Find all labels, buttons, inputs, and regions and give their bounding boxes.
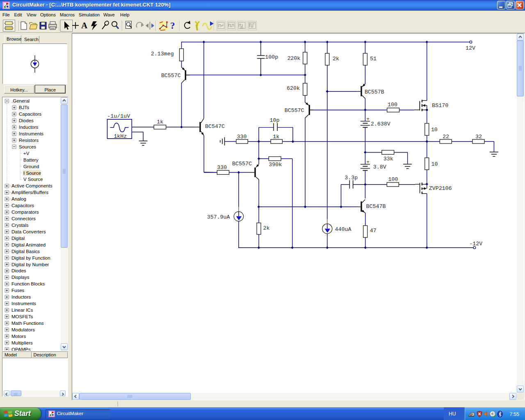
- svg-text:Battery: Battery: [23, 157, 39, 162]
- svg-text:Ground: Ground: [23, 164, 39, 169]
- svg-text:A: A: [81, 21, 88, 30]
- svg-text:Diodes: Diodes: [11, 268, 26, 273]
- svg-text:Comparators: Comparators: [11, 210, 39, 215]
- svg-text:+V: +V: [23, 151, 30, 155]
- svg-text:?: ?: [170, 21, 175, 31]
- svg-text:51: 51: [370, 56, 377, 62]
- svg-text:+: +: [366, 116, 369, 122]
- svg-text:BC547B: BC547B: [366, 203, 386, 210]
- svg-text:100: 100: [388, 102, 397, 108]
- svg-text:Inductors: Inductors: [11, 294, 31, 299]
- svg-text:Fuses: Fuses: [11, 288, 25, 293]
- svg-text:Diodes: Diodes: [19, 118, 34, 123]
- svg-text:440uA: 440uA: [335, 226, 352, 233]
- svg-text:330: 330: [237, 134, 247, 140]
- svg-text:V Source: V Source: [23, 177, 43, 182]
- svg-text:32: 32: [475, 134, 482, 140]
- svg-text:Digital Animated: Digital Animated: [11, 242, 46, 247]
- svg-text:I Source: I Source: [23, 170, 41, 175]
- svg-text:BC557C: BC557C: [161, 73, 181, 79]
- svg-text:1k: 1k: [273, 134, 279, 140]
- svg-text:2k: 2k: [333, 56, 339, 62]
- svg-text:Linear ICs: Linear ICs: [11, 308, 33, 313]
- svg-text:2.638V: 2.638V: [371, 121, 390, 127]
- svg-text:620k: 620k: [287, 85, 300, 91]
- svg-text:Digital by Function: Digital by Function: [11, 255, 50, 260]
- svg-text:47: 47: [370, 228, 377, 234]
- svg-text:Function Blocks: Function Blocks: [11, 281, 45, 286]
- svg-text:3.8V: 3.8V: [373, 164, 386, 170]
- svg-text:Analog: Analog: [11, 196, 26, 201]
- svg-text:ZVP2106: ZVP2106: [429, 185, 452, 192]
- svg-text:+: +: [366, 160, 369, 165]
- svg-text:-12V: -12V: [469, 241, 482, 247]
- svg-text:Active Components: Active Components: [11, 183, 52, 188]
- svg-text:BJTs: BJTs: [19, 105, 29, 110]
- svg-text:Displays: Displays: [11, 275, 30, 280]
- svg-text:Digital by Number: Digital by Number: [11, 262, 49, 267]
- svg-text:-1u/1uV: -1u/1uV: [107, 113, 130, 119]
- svg-text:1kHz: 1kHz: [114, 133, 127, 139]
- svg-text:330: 330: [217, 164, 227, 171]
- svg-text:BC557C: BC557C: [232, 161, 252, 167]
- svg-text:10: 10: [431, 161, 438, 167]
- svg-text:BC557B: BC557B: [365, 89, 384, 95]
- svg-text:Instruments: Instruments: [19, 131, 43, 136]
- svg-text:Amplifiers/Buffers: Amplifiers/Buffers: [11, 190, 48, 195]
- svg-text:22: 22: [443, 134, 449, 140]
- svg-text:BC557C: BC557C: [285, 107, 304, 114]
- svg-text:BS170: BS170: [432, 103, 448, 109]
- svg-text:100p: 100p: [265, 54, 278, 60]
- svg-text:390k: 390k: [269, 162, 282, 168]
- svg-text:3.3p: 3.3p: [345, 175, 358, 181]
- svg-text:Sources: Sources: [19, 144, 36, 149]
- svg-text:Resistors: Resistors: [19, 137, 39, 142]
- svg-text:2.13meg: 2.13meg: [151, 51, 174, 57]
- svg-text:Digital Basics: Digital Basics: [11, 249, 40, 253]
- svg-text:Capacitors: Capacitors: [19, 112, 41, 116]
- svg-text:Digital: Digital: [11, 235, 25, 240]
- svg-text:220k: 220k: [287, 55, 300, 62]
- svg-text:Motors: Motors: [11, 333, 26, 338]
- svg-text:Connectors: Connectors: [11, 216, 36, 221]
- svg-text:.General: .General: [11, 98, 30, 103]
- svg-text:1k: 1k: [157, 119, 163, 125]
- svg-text:Math Functions: Math Functions: [11, 320, 44, 325]
- svg-text:Data Converters: Data Converters: [11, 229, 46, 234]
- svg-text:Inductors: Inductors: [19, 125, 39, 130]
- svg-text:10p: 10p: [270, 117, 280, 123]
- svg-text:Instruments: Instruments: [11, 301, 36, 306]
- svg-text:Capacitors: Capacitors: [11, 203, 34, 208]
- svg-text:33k: 33k: [383, 156, 393, 162]
- svg-text:OPAMPs: OPAMPs: [11, 347, 31, 350]
- svg-text:Crystals: Crystals: [11, 222, 29, 227]
- svg-text:Multipliers: Multipliers: [11, 340, 33, 345]
- svg-text:MOSFETs: MOSFETs: [11, 314, 33, 319]
- svg-text:357.9uA: 357.9uA: [207, 214, 230, 220]
- svg-text:BC547C: BC547C: [205, 123, 225, 130]
- svg-text:12V: 12V: [466, 45, 475, 51]
- svg-text:100: 100: [388, 176, 398, 183]
- svg-text:2k: 2k: [263, 225, 270, 231]
- svg-text:Modulators: Modulators: [11, 327, 35, 332]
- svg-text:10: 10: [431, 127, 438, 133]
